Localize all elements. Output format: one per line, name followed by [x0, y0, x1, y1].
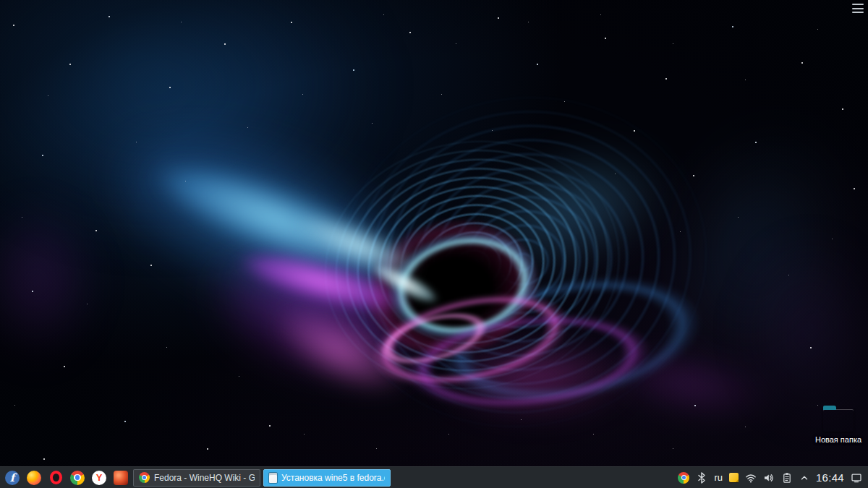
task-button-winehq-wiki[interactable]: Fedora - WineHQ Wiki - Goo... [133, 469, 260, 487]
show-desktop-button[interactable] [851, 472, 862, 484]
taskbar-panel: f Y Fedora - WineHQ Wiki - Goo... Устано… [0, 466, 868, 488]
task-label: Fedora - WineHQ Wiki - Goo... [154, 473, 255, 483]
folder-label: Новая папка [806, 435, 868, 444]
bluetooth-icon [696, 472, 707, 484]
volume-icon [763, 472, 775, 484]
launcher-chrome[interactable] [68, 468, 87, 487]
tray-volume[interactable] [763, 472, 775, 484]
tray-notes[interactable] [729, 473, 739, 482]
launcher-firefox[interactable] [25, 468, 43, 487]
yandex-browser-icon: Y [92, 471, 106, 485]
monitor-icon [851, 472, 862, 484]
chrome-icon [139, 472, 150, 483]
opera-icon [50, 471, 62, 484]
tray-clipboard[interactable] [781, 472, 793, 484]
tray-chrome[interactable] [678, 472, 689, 484]
system-tray: ru [678, 471, 865, 484]
fedora-logo-icon: f [5, 471, 20, 485]
wifi-icon [745, 472, 757, 484]
keyboard-layout-label: ru [714, 472, 723, 483]
clipboard-icon [781, 472, 793, 484]
task-button-wine5-install-active[interactable]: Установка wine5 в fedora.o... [263, 469, 391, 487]
stars-dim [0, 0, 1, 1]
desktop-folder-new-folder[interactable]: Новая папка [806, 405, 868, 444]
tray-bluetooth[interactable] [696, 472, 707, 484]
task-label: Установка wine5 в fedora.o... [281, 473, 385, 483]
launcher-yandex-browser[interactable]: Y [90, 468, 109, 487]
document-icon [269, 473, 277, 483]
red-app-icon [114, 471, 128, 485]
folder-icon [823, 409, 854, 432]
chrome-icon [678, 472, 689, 484]
launcher-fedora-menu[interactable]: f [3, 468, 22, 487]
chevron-up-icon [799, 473, 809, 483]
launcher-app6[interactable] [111, 468, 130, 487]
desktop-toolbox-hamburger-icon[interactable] [852, 4, 864, 13]
desktop-screen: Новая папка f Y Fedora - WineHQ Wiki - G… [0, 0, 868, 488]
wallpaper [0, 0, 868, 488]
tray-keyboard-layout[interactable]: ru [714, 472, 723, 483]
clock[interactable]: 16:44 [816, 471, 844, 484]
tray-wifi[interactable] [745, 472, 757, 484]
notes-icon [729, 473, 739, 482]
chrome-icon [70, 471, 85, 485]
firefox-icon [27, 471, 41, 485]
launcher-opera[interactable] [46, 468, 65, 487]
tray-expand[interactable] [799, 473, 809, 483]
